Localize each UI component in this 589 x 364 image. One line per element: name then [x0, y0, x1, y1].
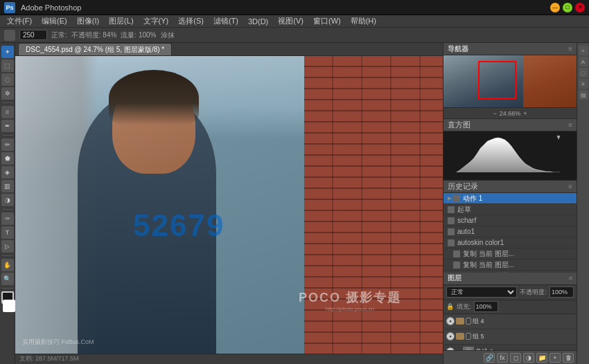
fill-input[interactable]: [474, 301, 498, 312]
layer-folder-icon: [456, 333, 464, 340]
history-content[interactable]: ▶动作 1起草scharfauto1autoskin color1复制 当前 图…: [443, 193, 577, 273]
nav-thumb-wall: [523, 55, 577, 107]
background-color[interactable]: [3, 300, 15, 312]
delete-layer-button[interactable]: 🗑: [563, 353, 574, 363]
photo-canvas: 52679 POCO 摄影专题 http://photo.poco.cn 实用摄…: [15, 56, 443, 353]
move-tool[interactable]: ✦: [1, 46, 14, 58]
lasso-tool[interactable]: ◌: [1, 73, 14, 86]
panel-icon-1[interactable]: ◌: [579, 68, 588, 78]
menu-item-l[interactable]: 图层(L): [105, 15, 137, 27]
menu-item-dd[interactable]: 3D(D): [244, 17, 272, 26]
layers-title: 图层: [448, 273, 461, 283]
clone-stamp-tool[interactable]: ⬟: [1, 152, 14, 165]
layer-name-label: 组 4: [473, 317, 574, 326]
brush-tool[interactable]: ✏: [1, 138, 14, 151]
menu-item-i[interactable]: 图像(I): [73, 15, 103, 27]
minimize-button[interactable]: —: [550, 3, 560, 12]
nav-zoom-out[interactable]: −: [490, 110, 499, 117]
add-group-button[interactable]: 📁: [536, 353, 547, 363]
pen-tool[interactable]: ✑: [1, 212, 14, 225]
poco-sub: http://photo.poco.cn: [299, 306, 401, 312]
histogram-menu-icon[interactable]: ≡: [568, 121, 572, 129]
nav-zoom-value: 24.66%: [500, 110, 521, 117]
layers-menu-icon[interactable]: ≡: [569, 275, 572, 282]
panel-icon-3[interactable]: ▤: [579, 90, 588, 100]
menu-item-t[interactable]: 滤镜(T): [209, 15, 243, 27]
layer-link-icon: [466, 333, 471, 340]
history-item[interactable]: auto1: [443, 226, 577, 237]
eraser-tool[interactable]: ◈: [1, 166, 14, 179]
nav-zoom-in[interactable]: +: [520, 110, 529, 117]
history-item-label: 动作 1: [463, 194, 482, 203]
size-input[interactable]: [19, 30, 47, 40]
file-tab[interactable]: DSC_4554.psd @ 24.7% (组 5, 图层蒙版/8) *: [18, 43, 172, 55]
panel-icon-2[interactable]: ≡: [579, 79, 588, 89]
blend-label: 正常:: [51, 30, 67, 40]
maximize-button[interactable]: □: [563, 3, 572, 12]
history-item-icon: [448, 228, 455, 235]
layer-visibility-icon[interactable]: ●: [446, 332, 455, 340]
history-item[interactable]: scharf: [443, 215, 577, 226]
menu-item-h[interactable]: 帮助(H): [346, 15, 380, 27]
history-item[interactable]: 复制 当前 图层...: [443, 260, 577, 271]
add-adjustment-button[interactable]: ◑: [523, 353, 534, 363]
center-and-right: DSC_4554.psd @ 24.7% (组 5, 图层蒙版/8) *: [15, 43, 589, 364]
separator: [2, 102, 13, 103]
blend-mode-select[interactable]: 正常: [446, 286, 517, 298]
window-controls[interactable]: — □ ✕: [550, 3, 585, 12]
status-bar: 文档: 287.5M/717.5M: [15, 354, 443, 365]
history-item[interactable]: 起草: [443, 204, 577, 215]
close-button[interactable]: ✕: [575, 3, 585, 12]
add-style-button[interactable]: fx: [497, 353, 508, 363]
person-hair: [109, 70, 199, 125]
menu-item-s[interactable]: 选择(S): [174, 15, 208, 27]
expand-icon[interactable]: A: [579, 57, 588, 66]
hand-tool[interactable]: ✋: [1, 259, 14, 271]
history-header: 历史记录 ≡: [443, 181, 577, 193]
smudge-label: 涂抹: [161, 30, 175, 40]
history-menu-icon[interactable]: ≡: [568, 183, 572, 190]
eyedropper-tool[interactable]: ✒: [1, 120, 14, 132]
watermark-fsbus: 实用摄影技巧 FsBus.CoM: [22, 338, 94, 347]
layers-content[interactable]: ●组 4●组 5●曲线 6●智贤调片 1●自然饱和度 2●Dodge & Bur…: [443, 314, 577, 351]
history-item[interactable]: autoskin color1: [443, 237, 577, 248]
marquee-tool[interactable]: ⬚: [1, 60, 14, 72]
menu-item-w[interactable]: 窗口(W): [309, 15, 345, 27]
histogram-chart: [446, 134, 574, 172]
layer-item[interactable]: ●曲线 6: [443, 345, 577, 351]
layer-visibility-icon[interactable]: ●: [446, 317, 455, 325]
navigator-menu-icon[interactable]: ≡: [568, 45, 572, 53]
opacity-input[interactable]: [550, 286, 574, 298]
separator: [2, 288, 13, 289]
history-item-label: auto1: [457, 228, 475, 235]
layer-item[interactable]: ●组 4: [443, 314, 577, 329]
menu-item-y[interactable]: 文字(Y): [139, 15, 173, 27]
new-layer-button[interactable]: +: [550, 353, 561, 363]
zoom-tool[interactable]: 🔍: [1, 273, 14, 285]
text-tool[interactable]: T: [1, 226, 14, 239]
svg-marker-0: [557, 136, 561, 140]
watermark-poco: POCO 摄影专题 http://photo.poco.cn: [299, 289, 401, 312]
layer-item[interactable]: ●组 5: [443, 329, 577, 345]
path-tool[interactable]: ▷: [1, 240, 14, 253]
dodge-tool[interactable]: ◑: [1, 194, 14, 206]
layers-toolbar: 正常 不透明度:: [443, 285, 577, 300]
nav-thumb-photo: [443, 55, 523, 107]
menu-item-e[interactable]: 编辑(E): [37, 15, 71, 27]
magic-wand-tool[interactable]: ✲: [1, 87, 14, 100]
history-item[interactable]: 复制 当前 图层...: [443, 248, 577, 260]
watermark-number: 52679: [133, 208, 225, 243]
gradient-tool[interactable]: ▥: [1, 180, 14, 192]
crop-tool[interactable]: ⌗: [1, 106, 14, 118]
canvas-area[interactable]: 52679 POCO 摄影专题 http://photo.poco.cn 实用摄…: [15, 56, 443, 353]
opacity-label: 不透明度: 84%: [71, 30, 117, 40]
menu-item-v[interactable]: 视图(V): [274, 15, 308, 27]
history-item-label: 复制 当前 图层...: [463, 249, 514, 259]
collapse-icon[interactable]: »: [579, 46, 588, 55]
histogram-panel: 直方图 ≡: [443, 119, 577, 181]
layer-folder-icon: [456, 318, 464, 325]
menu-item-f[interactable]: 文件(F): [3, 15, 36, 27]
history-item[interactable]: ▶动作 1: [443, 193, 577, 204]
link-layers-button[interactable]: 🔗: [484, 353, 495, 363]
add-mask-button[interactable]: ◻: [510, 353, 521, 363]
